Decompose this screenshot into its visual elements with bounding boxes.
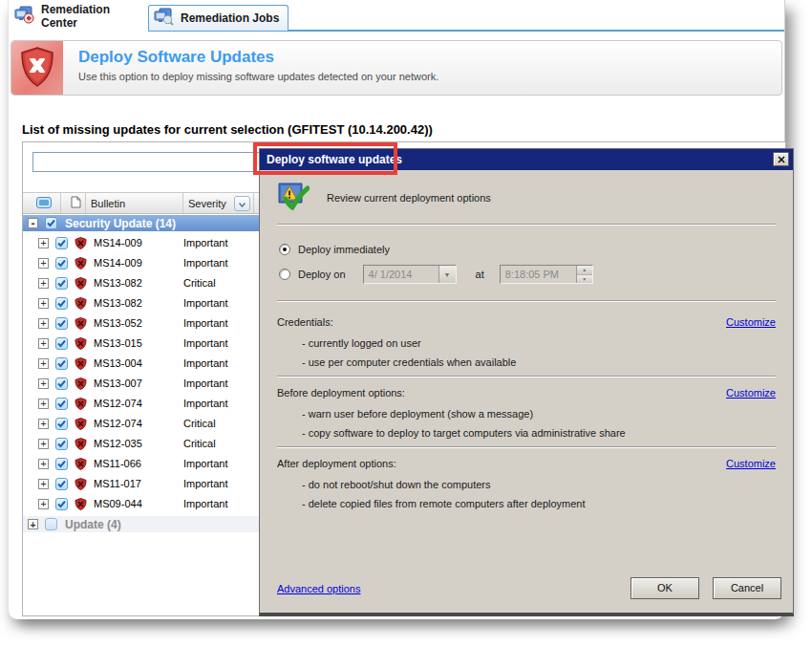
schedule-options: Deploy immediately Deploy on 4/ 1/2014 ▼…: [277, 229, 776, 296]
bulletin-id: MS13-007: [94, 377, 142, 389]
expand-icon[interactable]: +: [38, 318, 49, 329]
dialog-client-area: Review current deployment options Deploy…: [260, 170, 793, 613]
radio-label: Deploy immediately: [298, 244, 390, 255]
column-label: Bulletin: [91, 198, 125, 209]
expand-icon[interactable]: +: [28, 519, 38, 529]
expand-icon[interactable]: +: [38, 238, 49, 248]
expand-icon[interactable]: +: [38, 298, 49, 309]
row-checkbox[interactable]: [55, 237, 68, 249]
security-shield-icon: [75, 377, 87, 392]
bulletin-id: MS11-017: [94, 478, 141, 489]
date-picker[interactable]: 4/ 1/2014 ▼: [363, 265, 457, 284]
bulletin-id: MS12-074: [94, 418, 142, 429]
expand-icon[interactable]: +: [38, 499, 49, 509]
row-checkbox[interactable]: [55, 297, 68, 310]
expand-icon[interactable]: +: [38, 399, 49, 409]
severity-filter-button[interactable]: [234, 196, 250, 211]
close-button[interactable]: [773, 152, 789, 166]
ok-button[interactable]: OK: [630, 577, 699, 599]
bulletin-id: MS13-004: [94, 357, 142, 369]
security-shield-icon: [75, 297, 87, 312]
radio-label: Deploy on: [298, 269, 346, 280]
app-surface: Remediation Center Remediation Jobs: [8, 0, 785, 619]
column-header-severity[interactable]: Severity: [183, 193, 254, 213]
bulletin-id: MS14-009: [94, 237, 142, 248]
row-checkbox[interactable]: [55, 257, 68, 270]
row-checkbox[interactable]: [55, 357, 68, 370]
row-checkbox[interactable]: [55, 317, 68, 330]
tab-label: Remediation Jobs: [181, 11, 279, 25]
customize-link[interactable]: Customize: [726, 387, 776, 399]
date-dropdown-button[interactable]: ▼: [438, 266, 456, 283]
options-section: After deployment options: Customize - do…: [277, 446, 776, 517]
computers-red-cross-icon: [14, 6, 35, 27]
row-checkbox[interactable]: [55, 398, 68, 410]
security-shield-icon: [75, 317, 87, 332]
bulletin-id: MS14-009: [94, 257, 142, 269]
dialog-header: Review current deployment options: [277, 176, 776, 220]
row-checkbox[interactable]: [55, 478, 68, 490]
row-checkbox[interactable]: [55, 377, 68, 390]
expand-icon[interactable]: +: [38, 459, 49, 469]
time-picker[interactable]: 8:18:05 PM ▲▼: [500, 265, 593, 284]
expand-icon[interactable]: +: [38, 358, 49, 369]
advanced-options-link[interactable]: Advanced options: [277, 583, 360, 594]
tab-remediation-center[interactable]: Remediation Center: [11, 3, 146, 30]
security-shield-icon: [75, 398, 87, 412]
group-checkbox[interactable]: [45, 217, 57, 229]
column-header-select[interactable]: [23, 193, 61, 213]
close-icon: [778, 154, 785, 165]
select-all-icon: [36, 197, 52, 210]
security-shield-icon: [75, 257, 87, 271]
customize-link[interactable]: Customize: [726, 458, 776, 469]
severity-value: Important: [183, 458, 227, 469]
page-title: Deploy Software Updates: [78, 48, 274, 67]
section-title: Before deployment options:: [277, 387, 405, 399]
column-header-bulletin[interactable]: Bulletin: [86, 193, 183, 213]
expand-icon[interactable]: +: [38, 479, 49, 489]
expand-icon[interactable]: +: [38, 419, 49, 429]
page-subtitle: Use this option to deploy missing softwa…: [78, 71, 438, 82]
row-checkbox[interactable]: [55, 438, 68, 450]
group-label: Update (4): [65, 518, 121, 531]
spin-down-icon[interactable]: ▼: [577, 275, 592, 284]
collapse-icon[interactable]: -: [28, 218, 38, 228]
cancel-button[interactable]: Cancel: [713, 577, 781, 599]
app-window: Remediation Center Remediation Jobs: [0, 0, 812, 647]
severity-value: Important: [183, 317, 227, 329]
time-spinner[interactable]: ▲▼: [576, 266, 592, 283]
severity-value: Important: [183, 237, 227, 248]
tab-label: Remediation Center: [41, 3, 146, 30]
spin-up-icon[interactable]: ▲: [577, 266, 592, 275]
computers-magnifier-icon: [154, 8, 175, 29]
radio-deploy-on[interactable]: [279, 269, 290, 280]
bulletin-id: MS13-015: [94, 337, 142, 349]
severity-value: Important: [183, 377, 227, 389]
separator: [277, 300, 776, 302]
deploy-software-updates-dialog: Deploy software updates: [259, 148, 794, 616]
deploy-immediately-option[interactable]: Deploy immediately: [279, 237, 774, 262]
bulletin-id: MS11-066: [94, 458, 141, 469]
row-checkbox[interactable]: [55, 458, 68, 470]
banner-icon-block: [11, 41, 63, 95]
column-label: Severity: [188, 198, 226, 209]
column-header-type[interactable]: [61, 193, 86, 213]
deploy-on-option[interactable]: Deploy on 4/ 1/2014 ▼ at 8:18:05 PM ▲▼: [279, 262, 774, 287]
radio-deploy-immediately[interactable]: [279, 244, 290, 255]
expand-icon[interactable]: +: [38, 258, 49, 269]
row-checkbox[interactable]: [55, 418, 68, 430]
expand-icon[interactable]: +: [38, 338, 49, 349]
row-checkbox[interactable]: [55, 277, 68, 290]
row-checkbox[interactable]: [55, 337, 68, 350]
customize-link[interactable]: Customize: [726, 316, 776, 328]
expand-icon[interactable]: +: [38, 439, 49, 449]
expand-icon[interactable]: +: [38, 378, 49, 389]
severity-value: Important: [183, 398, 227, 409]
tab-remediation-jobs[interactable]: Remediation Jobs: [148, 5, 288, 31]
bulletin-id: MS13-082: [94, 277, 142, 289]
deploy-review-icon: [277, 182, 310, 214]
expand-icon[interactable]: +: [38, 278, 49, 289]
red-shield-x-icon: [20, 47, 54, 89]
group-checkbox[interactable]: [45, 518, 57, 530]
row-checkbox[interactable]: [55, 498, 68, 510]
